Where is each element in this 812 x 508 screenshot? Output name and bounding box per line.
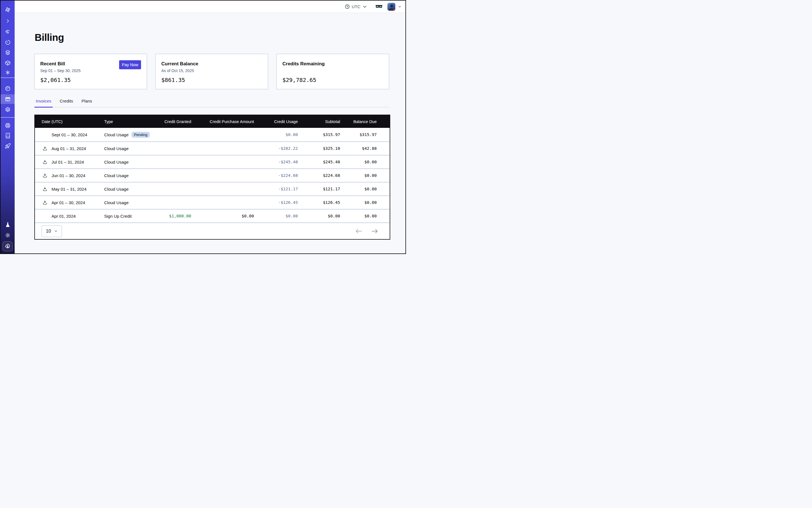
column-header: Subtotal — [298, 119, 340, 124]
pay-now-button[interactable]: Pay Now — [119, 60, 141, 69]
download-invoice-button[interactable] — [43, 200, 47, 205]
cell-type: Cloud Usage — [104, 173, 153, 178]
invoice-type: Cloud Usage — [104, 173, 129, 178]
sidebar-item-gauge-icon[interactable] — [1, 84, 15, 93]
table-body: Sept 01 – 30, 2024Cloud UsagePending$0.0… — [35, 128, 390, 222]
cell-credit-usage: -$121.17 — [254, 187, 298, 191]
invoice-type: Sign Up Credit — [104, 214, 132, 218]
card-title: Current Balance — [161, 61, 262, 67]
tab-invoices[interactable]: Invoices — [34, 98, 53, 107]
cell-type: Sign Up Credit — [104, 214, 153, 218]
next-page-arrow-icon[interactable] — [371, 229, 378, 234]
cell-subtotal: $325.10 — [298, 146, 340, 151]
download-invoice-button[interactable] — [43, 187, 47, 192]
table-header-row: Date (UTC)TypeCredit GrantedCredit Purch… — [35, 115, 390, 128]
cell-credit-granted: $1,000.00 — [153, 214, 191, 218]
cell-type: Cloud Usage — [104, 146, 153, 151]
invoice-date: Jun 01 – 30, 2024 — [51, 173, 85, 178]
cell-balance-due: $0.00 — [340, 214, 390, 218]
sidebar-divider — [1, 77, 15, 78]
sidebar-item-timer-icon[interactable] — [1, 37, 15, 47]
summary-cards: Recent Bill Sep 01 – Sep 30, 2025 $2,061… — [34, 54, 389, 89]
sidebar-item-gear-icon[interactable] — [1, 105, 15, 114]
table-row: Apr 01 – 30, 2024Cloud Usage-$126.45$126… — [35, 196, 390, 209]
download-icon — [43, 173, 47, 178]
user-avatar[interactable] — [387, 3, 395, 11]
recent-bill-card: Recent Bill Sep 01 – Sep 30, 2025 $2,061… — [34, 54, 147, 89]
sidebar-divider — [1, 117, 15, 118]
cell-credit-usage: -$245.48 — [254, 160, 298, 164]
cell-balance-due: $0.00 — [340, 200, 390, 205]
status-badge: Pending — [131, 132, 150, 138]
sidebar-item-observe-spiral-icon[interactable] — [1, 27, 15, 37]
pagination — [355, 229, 378, 234]
download-invoice-button[interactable] — [43, 173, 47, 178]
table-row: Jun 01 – 30, 2024Cloud Usage-$224.68$224… — [35, 168, 390, 182]
invoice-date: Apr 01 – 30, 2024 — [51, 200, 85, 205]
table-footer: 10 — [35, 222, 390, 239]
account-menu-chevron-down-icon[interactable] — [398, 5, 401, 8]
download-invoice-button[interactable] — [43, 146, 47, 151]
tab-plans[interactable]: Plans — [80, 98, 94, 107]
topbar: UTC — [15, 1, 405, 13]
card-title: Credits Remaining — [283, 61, 383, 67]
page-title: Billing — [35, 32, 389, 43]
invoices-table: Date (UTC)TypeCredit GrantedCredit Purch… — [34, 115, 390, 240]
invoice-date: Aug 01 – 31, 2024 — [51, 146, 86, 151]
cell-subtotal: $315.97 — [298, 132, 340, 137]
sidebar-item-sun-icon[interactable] — [1, 230, 15, 240]
page-size-select[interactable]: 10 — [42, 225, 62, 237]
credits-remaining-amount: $29,782.65 — [283, 77, 383, 83]
download-invoice-button[interactable] — [43, 160, 47, 164]
timezone-selector[interactable]: UTC — [345, 4, 368, 9]
page-size-value: 10 — [46, 229, 51, 234]
cell-credit-usage: $0.00 — [254, 132, 298, 137]
dollar-badge-icon: $ — [4, 243, 11, 250]
sidebar-item-book-sparkle-icon[interactable] — [1, 131, 15, 140]
sidebar-item-lifebuoy-icon[interactable] — [1, 121, 15, 130]
main-content: Billing Recent Bill Sep 01 – Sep 30, 202… — [15, 13, 405, 253]
download-icon — [43, 146, 47, 151]
cell-credit-usage: $0.00 — [254, 214, 298, 218]
cell-subtotal: $245.48 — [298, 160, 340, 164]
invoice-date: May 01 – 31, 2024 — [51, 187, 86, 192]
table-row: Jul 01 – 31, 2024Cloud Usage-$245.48$245… — [35, 155, 390, 168]
cell-subtotal: $224.68 — [298, 173, 340, 178]
sidebar-collapse-chevron-right-icon[interactable] — [1, 16, 15, 26]
sidebar-item-layers-icon[interactable] — [1, 48, 15, 57]
cell-credit-usage: -$224.68 — [254, 173, 298, 178]
sidebar: $ — [1, 1, 15, 253]
logo-orbit-icon — [1, 5, 15, 14]
sidebar-item-rocket-icon[interactable] — [1, 141, 15, 151]
cell-credit-purchase-amount: $0.00 — [191, 214, 254, 218]
timezone-label: UTC — [352, 4, 360, 9]
chevron-down-icon — [362, 4, 368, 9]
download-icon — [43, 160, 47, 164]
sidebar-item-asterisk-icon[interactable] — [1, 68, 15, 77]
column-header: Balance Due — [340, 119, 390, 124]
sidebar-item-cube-icon[interactable] — [1, 58, 15, 68]
cell-type: Cloud Usage — [104, 200, 153, 205]
cell-balance-due: $315.97 — [340, 132, 390, 137]
cell-type: Cloud Usage — [104, 187, 153, 192]
svg-text:$: $ — [7, 245, 9, 248]
sidebar-item-billing-card-icon[interactable] — [1, 94, 15, 104]
column-header: Credit Purchase Amount — [191, 119, 254, 124]
credits-remaining-card: Credits Remaining $29,782.65 — [276, 54, 389, 89]
download-icon — [43, 187, 47, 192]
reader-glasses-button[interactable] — [375, 4, 383, 10]
tab-credits[interactable]: Credits — [58, 98, 75, 107]
previous-page-arrow-icon[interactable] — [355, 229, 362, 234]
billing-dollar-badge-button[interactable]: $ — [3, 241, 13, 251]
invoice-type: Cloud Usage — [104, 146, 129, 151]
sidebar-item-flask-icon[interactable] — [1, 220, 15, 229]
cell-credit-usage: -$126.45 — [254, 200, 298, 205]
invoice-type: Cloud Usage — [104, 132, 129, 137]
cell-balance-due: $0.00 — [340, 187, 390, 191]
cell-date: May 01 – 31, 2024 — [35, 187, 104, 192]
cell-balance-due: $0.00 — [340, 160, 390, 164]
table-row: Apr 01, 2024Sign Up Credit$1,000.00$0.00… — [35, 209, 390, 222]
column-header: Type — [104, 119, 153, 124]
cell-date: Apr 01, 2024 — [35, 214, 104, 218]
table-row: Aug 01 – 31, 2024Cloud Usage-$282.22$325… — [35, 141, 390, 155]
